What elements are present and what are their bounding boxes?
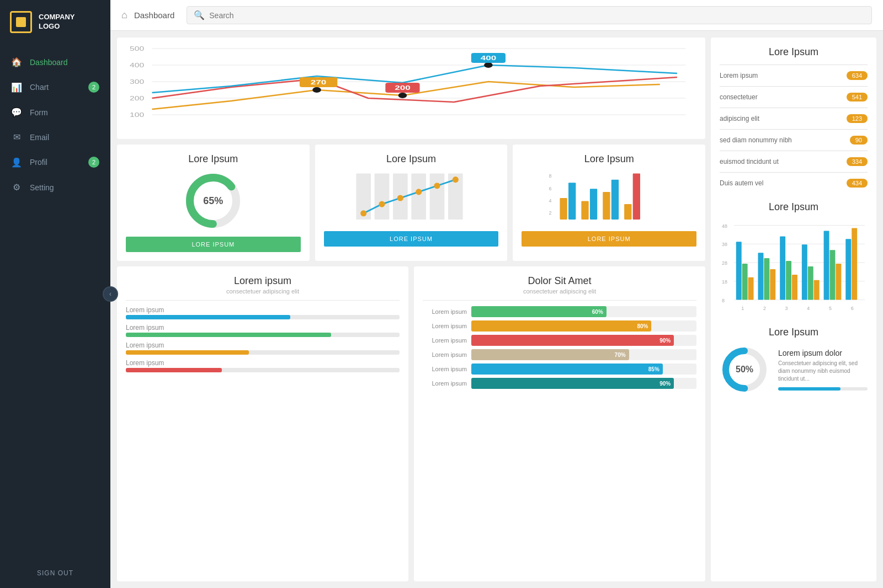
signout-button[interactable]: SIGN OUT xyxy=(0,558,110,588)
svg-text:8: 8 xyxy=(549,173,552,179)
svg-rect-65 xyxy=(764,258,769,300)
svg-text:500: 500 xyxy=(130,46,144,52)
donut-label: 65% xyxy=(203,195,223,207)
hbar-track-3: 90% xyxy=(471,335,696,346)
hbar-label-3: Lorem ipsum xyxy=(423,337,467,344)
search-icon: 🔍 xyxy=(194,10,205,20)
logo-area: COMPANYLOGO xyxy=(0,0,110,44)
svg-point-16 xyxy=(484,62,493,68)
sidebar-collapse-button[interactable]: ‹ xyxy=(103,286,118,302)
mini-line-svg xyxy=(324,170,499,226)
svg-text:400: 400 xyxy=(481,55,497,61)
svg-rect-64 xyxy=(758,253,763,300)
bottom-left-sub: consectetuer adipiscing elit xyxy=(126,288,400,295)
svg-text:2: 2 xyxy=(763,306,766,311)
svg-point-32 xyxy=(452,177,458,183)
bottom-left-title: Lorem ipsum xyxy=(126,275,400,287)
rp-donut-info: Lorem ipsum dolor Consectetuer adipiscin… xyxy=(778,349,868,391)
rp-row-5: euismod tincidunt ut 334 xyxy=(720,154,868,169)
progress-fill-4 xyxy=(126,368,222,372)
rp-label-2: consectetuer xyxy=(720,93,758,101)
svg-rect-25 xyxy=(429,174,444,220)
svg-rect-40 xyxy=(590,189,597,220)
bar-card: Lore Ipsum 8 6 4 2 xyxy=(513,145,705,261)
card-btn-3[interactable]: LORE IPSUM xyxy=(522,231,696,247)
hbar-label-1: Lorem ipsum xyxy=(423,308,467,315)
svg-text:28: 28 xyxy=(722,260,727,266)
progress-group: Lorem ipsum Lorem ipsum Lo xyxy=(126,306,400,372)
card-title-2: Lore Ipsum xyxy=(386,153,436,165)
sidebar-item-form[interactable]: 💬 Form xyxy=(0,100,110,125)
svg-rect-75 xyxy=(836,264,841,300)
card-title-1: Lore Ipsum xyxy=(188,153,238,165)
svg-point-10 xyxy=(312,87,321,93)
svg-rect-67 xyxy=(780,236,785,300)
svg-text:6: 6 xyxy=(851,306,854,311)
cards-row: Lore Ipsum 65% LORE IPSUM Lore Ipsum xyxy=(117,145,705,261)
topbar-title: Dashboard xyxy=(134,10,174,20)
svg-rect-66 xyxy=(770,269,775,300)
svg-rect-43 xyxy=(624,204,631,220)
main-content: ⌂ Dashboard 🔍 500 400 300 200 100 xyxy=(110,0,883,588)
hbar-track-1: 60% xyxy=(471,306,696,317)
rp-row-1: Lorem ipsum 634 xyxy=(720,68,868,83)
bottom-right-card: Dolor Sit Amet consectetuer adipiscing e… xyxy=(414,266,705,581)
svg-text:1: 1 xyxy=(741,306,744,311)
hbar-fill-1: 60% xyxy=(471,306,607,317)
rp-label-1: Lorem ipsum xyxy=(720,72,758,79)
sidebar-item-email[interactable]: ✉ Email xyxy=(0,125,110,149)
left-content: 500 400 300 200 100 xyxy=(117,38,705,581)
progress-bg-4 xyxy=(126,368,400,372)
hbar-item-3: Lorem ipsum 90% xyxy=(423,335,696,346)
svg-text:6: 6 xyxy=(549,186,552,191)
card-btn-1[interactable]: LORE IPSUM xyxy=(126,237,301,252)
svg-rect-44 xyxy=(633,174,640,220)
logo-icon-inner xyxy=(16,17,26,27)
rp-badge-5: 334 xyxy=(847,157,868,166)
sidebar-item-chart[interactable]: 📊 Chart 2 xyxy=(0,74,110,100)
rp-donut-label: 50% xyxy=(736,365,753,375)
svg-text:4: 4 xyxy=(807,306,810,311)
card-title-3: Lore Ipsum xyxy=(584,153,634,165)
rp-section-3: Lore Ipsum 50% Lorem ipsum dolor Consect… xyxy=(720,327,868,394)
rp-label-6: Duis autem vel xyxy=(720,179,763,187)
svg-rect-42 xyxy=(611,180,619,220)
hbar-fill-2: 80% xyxy=(471,320,651,332)
svg-rect-38 xyxy=(568,183,576,220)
rp-donut-title: Lorem ipsum dolor xyxy=(778,349,868,357)
svg-rect-72 xyxy=(814,280,820,300)
search-input[interactable] xyxy=(209,11,865,20)
hbar-item-2: Lorem ipsum 80% xyxy=(423,320,696,332)
progress-label-4: Lorem ipsum xyxy=(126,359,400,367)
svg-rect-70 xyxy=(802,244,807,300)
rp-title-2: Lore Ipsum xyxy=(720,201,868,213)
rp-label-3: adipiscing elit xyxy=(720,115,759,122)
svg-text:300: 300 xyxy=(130,79,144,85)
rp-section-1: Lore Ipsum Lorem ipsum 634 consectetuer … xyxy=(720,46,868,190)
hbar-track-2: 80% xyxy=(471,320,696,332)
content-area: 500 400 300 200 100 xyxy=(110,31,883,588)
sidebar-item-dashboard[interactable]: 🏠 Dashboard xyxy=(0,50,110,74)
progress-label-1: Lorem ipsum xyxy=(126,306,400,314)
svg-text:4: 4 xyxy=(549,198,552,204)
sidebar-nav: 🏠 Dashboard 📊 Chart 2 💬 Form ✉ Email 👤 P… xyxy=(0,44,110,558)
line-card: Lore Ipsum xyxy=(315,145,508,261)
svg-text:48: 48 xyxy=(722,223,727,229)
svg-text:8: 8 xyxy=(722,298,725,303)
rp-donut-section: 50% Lorem ipsum dolor Consectetuer adipi… xyxy=(720,345,868,394)
rp-row-2: consectetuer 541 xyxy=(720,90,868,104)
sidebar-item-setting[interactable]: ⚙ Setting xyxy=(0,175,110,200)
progress-fill-3 xyxy=(126,350,249,355)
card-btn-2[interactable]: LORE IPSUM xyxy=(324,231,499,247)
chart-badge: 2 xyxy=(88,82,99,93)
sidebar-item-profil[interactable]: 👤 Profil 2 xyxy=(0,149,110,175)
sidebar-item-label: Chart xyxy=(30,83,49,92)
rp-row-3: adipiscing elit 123 xyxy=(720,111,868,126)
gear-icon: ⚙ xyxy=(11,182,22,193)
svg-rect-71 xyxy=(808,266,813,300)
progress-fill-2 xyxy=(126,333,331,337)
hbar-label-4: Lorem ipsum xyxy=(423,351,467,358)
hbar-pct-3: 90% xyxy=(659,338,671,344)
line-chart-svg: 500 400 300 200 100 xyxy=(128,43,694,131)
email-icon: ✉ xyxy=(11,132,22,142)
